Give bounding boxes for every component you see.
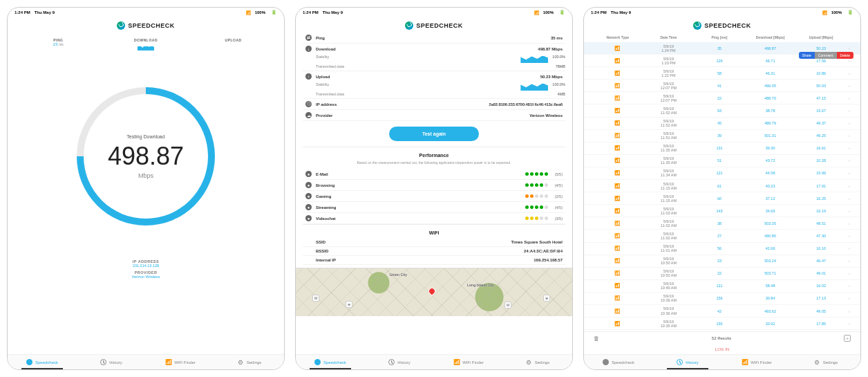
chevron-right-icon: ›	[847, 146, 852, 150]
add-button[interactable]: +	[844, 335, 851, 342]
history-row[interactable]: 5/9/1911:15 AM 6037.1216.25 ›	[584, 192, 860, 205]
perf-row: ●Streaming(4/5)	[303, 202, 565, 213]
chevron-right-icon: ›	[847, 221, 852, 226]
history-nav-icon	[677, 359, 683, 365]
tab-settings[interactable]: Settings	[215, 355, 284, 369]
history-row[interactable]: 5/9/1911:15 AM 6140.2317.91 ›	[584, 180, 860, 192]
gauge-unit: Mbps	[138, 172, 153, 179]
gauge-value: 498.87	[108, 142, 184, 171]
trash-button[interactable]	[594, 335, 599, 342]
test-again-button[interactable]: Test again	[389, 127, 479, 141]
history-row[interactable]: 5/9/1910:50 AM 23503.2446.47 ›	[584, 255, 860, 268]
cell-icon	[614, 171, 621, 175]
perf-icon: ●	[305, 171, 312, 177]
history-nav-icon	[388, 359, 395, 365]
wifi-icon	[614, 296, 621, 300]
wifi-icon	[614, 134, 621, 138]
perf-icon: ●	[305, 215, 312, 221]
tab-settings[interactable]: Settings	[791, 355, 860, 369]
history-row[interactable]: 5/9/1912:07 PM 41496.0550.03 ›	[584, 80, 860, 92]
status-bar: 1:24 PMThu May 9 📶100%	[296, 8, 572, 17]
history-footer: 52 Results +	[584, 331, 860, 344]
history-row[interactable]: 5/9/1911:51 AM 39501.3149.25 ›	[584, 130, 860, 142]
cell-icon	[614, 158, 621, 163]
history-nav-icon	[100, 359, 106, 365]
perf-icon: ●	[305, 193, 312, 199]
status-bar: 1:24 PMThu May 9 📶100%	[584, 8, 860, 17]
history-row[interactable]: 5/9/1910:50 AM 22503.7149.01 ›	[584, 268, 860, 280]
chevron-right-icon: ›	[847, 246, 852, 250]
chevron-right-icon: ›	[847, 84, 852, 88]
history-row[interactable]: 5/9/1911:34 AM 12144.5815.96 ›	[584, 167, 860, 180]
history-row[interactable]: 5/9/1911:02 AM 38503.3548.51 ›	[584, 217, 860, 230]
tab-wifi-finder[interactable]: WiFi Finder	[146, 355, 215, 369]
metric-upload: UPLOAD	[189, 38, 277, 50]
history-row[interactable]: 5/9/1910:49 AM 12158.4816.02 ›	[584, 280, 860, 293]
ip-address-value: 231.214.13.128	[15, 264, 277, 268]
chevron-right-icon: ›	[847, 171, 852, 175]
perf-icon: ●	[305, 204, 312, 210]
chevron-right-icon: ›	[847, 158, 852, 163]
perf-row: ●Videochat(3/5)	[303, 213, 565, 224]
chevron-right-icon: ›	[847, 259, 852, 263]
cell-icon	[614, 46, 621, 50]
cell-icon	[614, 109, 621, 113]
history-row[interactable]: 5/9/191:22 PM 5846.3110.86 ›	[584, 67, 860, 80]
app-logo: SPEEDCHECK	[8, 17, 284, 33]
history-row[interactable]: 5/9/1910:36 AM 15630.8417.13 ›	[584, 293, 860, 305]
login-button[interactable]: LOG IN	[584, 344, 860, 354]
chevron-right-icon: ›	[847, 322, 852, 326]
chevron-right-icon: ›	[847, 59, 852, 63]
tab-speedcheck[interactable]: Speedcheck	[8, 355, 77, 369]
tab-history[interactable]: History	[77, 355, 146, 369]
wifi-icon	[614, 309, 621, 313]
history-row[interactable]: 5/9/1911:03 AM 14334.6916.19 ›	[584, 205, 860, 217]
history-table-header: Network TypeDate TimePing [ms]Download […	[584, 33, 860, 42]
provider-icon: ☁	[305, 112, 312, 118]
history-row[interactable]: 5/9/1912:07 PM 22488.7047.15 ›	[584, 92, 860, 104]
tab-wifi-finder[interactable]: WiFi Finder	[434, 355, 503, 369]
settings-nav-icon	[814, 359, 820, 365]
history-row[interactable]: 5/9/1910:35 AM 15533.9217.85 ›	[584, 318, 860, 330]
tab-wifi-finder[interactable]: WiFi Finder	[722, 355, 791, 369]
download-icon: ↓	[305, 46, 312, 52]
chevron-right-icon: ›	[847, 309, 852, 313]
history-row[interactable]: 5/9/1911:52 AM 9338.7815.67 ›	[584, 104, 860, 117]
download-graph-icon	[520, 55, 548, 63]
comment-button[interactable]: Comment	[815, 52, 837, 59]
tab-history[interactable]: History	[653, 355, 722, 369]
chevron-right-icon: ›	[847, 46, 852, 50]
tab-speedcheck[interactable]: Speedcheck	[296, 355, 365, 369]
chevron-right-icon: ›	[847, 271, 852, 275]
wifi-icon	[614, 234, 621, 238]
chevron-right-icon: ›	[847, 196, 852, 201]
cell-icon	[614, 121, 621, 125]
share-button[interactable]: Share	[799, 52, 815, 59]
provider-value: Verizon Wireless	[15, 275, 277, 279]
map-pin-icon	[427, 286, 437, 296]
wifi-icon	[614, 96, 621, 100]
metric-download: DOWNLOAD	[102, 38, 190, 50]
perf-icon: ●	[305, 182, 312, 188]
tab-settings[interactable]: Settings	[503, 355, 572, 369]
device-2-results: 1:24 PMThu May 9 📶100% SPEEDCHECK ⇄ Ping…	[295, 7, 573, 370]
perf-row: ●Gaming(2/5)	[303, 191, 565, 202]
history-row[interactable]: 5/9/1911:02 AM 27490.8547.30 ›	[584, 230, 860, 242]
history-row[interactable]: 5/9/1911:01 AM 5642.6616.10 ›	[584, 243, 860, 255]
history-row[interactable]: 5/9/1911:52 AM 45489.7949.37 ›	[584, 118, 860, 130]
chevron-right-icon: ›	[847, 184, 852, 188]
app-logo: SPEEDCHECK	[584, 17, 860, 33]
history-row[interactable]: 5/9/1911:35 AM 5143.7210.28 ›	[584, 155, 860, 167]
cell-icon	[614, 196, 621, 201]
wifi-nav-icon	[165, 359, 171, 365]
delete-button[interactable]: Delete	[837, 52, 853, 59]
wifi-map[interactable]: Union City Long Island City M ⊕ ⊕ M	[296, 268, 572, 316]
chevron-right-icon: ›	[847, 121, 852, 125]
wifi-icon	[614, 84, 621, 88]
history-row[interactable]: 5/9/1911:35 AM 13139.3016.61 ›	[584, 142, 860, 155]
tab-history[interactable]: History	[365, 355, 434, 369]
wifi-info-row: BSSID24:A4:3C:AE:DF:B4	[303, 247, 565, 256]
settings-nav-icon	[238, 359, 244, 365]
history-row[interactable]: 5/9/1910:36 AM 42493.6249.05 ›	[584, 305, 860, 318]
tab-speedcheck[interactable]: Speedcheck	[584, 355, 653, 369]
